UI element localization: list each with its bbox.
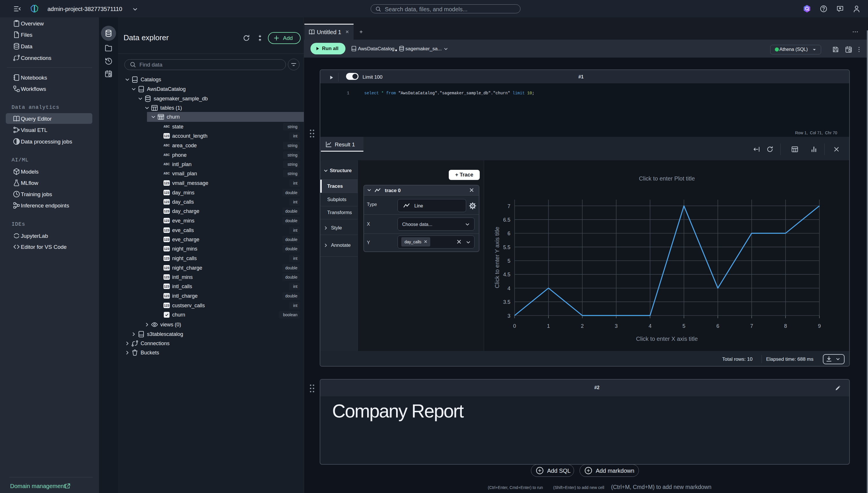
svg-text:0: 0: [513, 323, 516, 329]
svg-text:2: 2: [581, 323, 584, 329]
svg-text:5: 5: [507, 258, 511, 264]
svg-text:Click to enter Y axis title: Click to enter Y axis title: [494, 227, 500, 288]
svg-text:6: 6: [507, 231, 511, 236]
svg-text:3: 3: [507, 313, 511, 319]
svg-text:8: 8: [784, 323, 787, 329]
svg-text:6.5: 6.5: [503, 217, 511, 223]
svg-text:4.5: 4.5: [503, 272, 511, 277]
svg-text:5.5: 5.5: [503, 244, 511, 250]
svg-text:7: 7: [750, 323, 753, 329]
svg-text:Click to enter Plot title: Click to enter Plot title: [639, 175, 695, 182]
svg-text:4: 4: [507, 285, 511, 291]
svg-text:6: 6: [716, 323, 719, 329]
svg-text:3: 3: [615, 323, 618, 329]
svg-text:1: 1: [547, 323, 550, 329]
svg-text:7: 7: [507, 203, 511, 209]
svg-text:3.5: 3.5: [503, 299, 511, 305]
svg-text:Click to enter X axis title: Click to enter X axis title: [636, 336, 698, 342]
svg-text:5: 5: [682, 323, 686, 329]
svg-text:9: 9: [818, 323, 821, 329]
svg-text:4: 4: [649, 323, 652, 329]
